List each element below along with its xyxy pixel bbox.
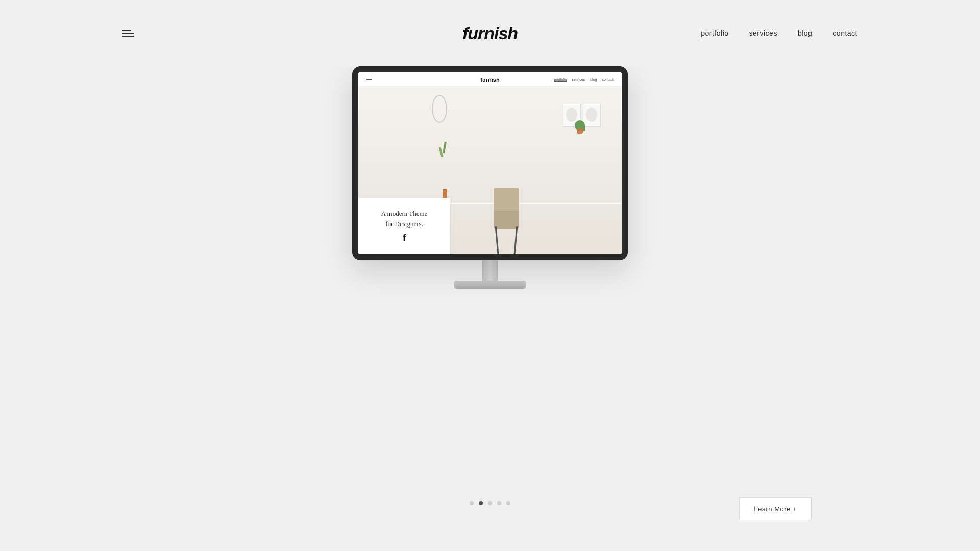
- monitor-base: [454, 281, 526, 289]
- dot-5[interactable]: [506, 501, 510, 505]
- header: furnish portfolio services blog contact: [0, 0, 980, 66]
- mini-browser-header: furnish portfolio services blog contact: [358, 72, 622, 87]
- desk-surface: [437, 203, 622, 204]
- dot-3[interactable]: [488, 501, 492, 505]
- nav-services[interactable]: services: [749, 29, 777, 37]
- nav-blog[interactable]: blog: [798, 29, 812, 37]
- learn-more-button[interactable]: Learn More +: [739, 497, 812, 520]
- dot-1[interactable]: [470, 501, 474, 505]
- mini-hamburger-icon: [366, 78, 372, 81]
- shelf-plant: [575, 120, 585, 134]
- main-nav: portfolio services blog contact: [701, 29, 857, 37]
- frame-2: [583, 104, 601, 127]
- dot-4[interactable]: [497, 501, 501, 505]
- site-logo: furnish: [462, 22, 518, 44]
- monitor-screen: furnish portfolio services blog contact: [358, 72, 622, 254]
- monitor: furnish portfolio services blog contact: [352, 66, 628, 260]
- chair: [486, 183, 527, 254]
- mini-nav: portfolio services blog contact: [554, 78, 614, 81]
- nav-contact[interactable]: contact: [832, 29, 857, 37]
- mini-nav-portfolio: portfolio: [554, 78, 567, 81]
- mini-nav-services: services: [572, 78, 585, 81]
- hero-card-icon: f: [403, 233, 406, 243]
- nav-portfolio[interactable]: portfolio: [701, 29, 728, 37]
- mini-nav-contact: contact: [602, 78, 614, 81]
- screen-content: A modern Theme for Designers. f: [358, 87, 622, 254]
- hero-card-title: A modern Theme for Designers.: [381, 209, 428, 229]
- hero-card: A modern Theme for Designers. f: [358, 198, 450, 254]
- mini-nav-blog: blog: [590, 78, 597, 81]
- vase-plant: [437, 137, 453, 157]
- monitor-neck: [482, 260, 498, 281]
- dots-navigation: [470, 501, 510, 505]
- monitor-container: furnish portfolio services blog contact: [352, 66, 628, 289]
- hamburger-menu[interactable]: [122, 30, 134, 37]
- mini-logo: furnish: [480, 77, 499, 83]
- mirror-decoration: [432, 95, 447, 123]
- dot-2[interactable]: [479, 501, 483, 505]
